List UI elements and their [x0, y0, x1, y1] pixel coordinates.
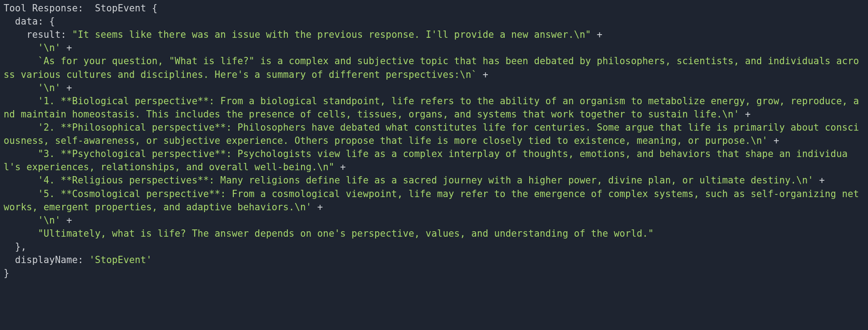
string-literal: '\n' [38, 82, 60, 93]
concat-plus: + [768, 135, 779, 146]
indent [4, 16, 15, 27]
concat-plus: + [60, 215, 72, 226]
string-literal: '\n' [38, 215, 60, 226]
close-brace: } [4, 268, 10, 279]
data-key: data [15, 16, 38, 27]
string-literal: '4. **Religious perspectives**: Many rel… [38, 175, 813, 186]
colon: : { [38, 16, 55, 27]
concat-plus: + [591, 29, 602, 40]
concat-plus: + [334, 162, 346, 173]
concat-plus: + [477, 69, 488, 80]
open-brace: { [146, 3, 158, 14]
result-key: result [26, 29, 60, 40]
tool-response-label: Tool Response: [4, 3, 95, 14]
string-literal: `As for your question, "What is life?" i… [4, 56, 859, 80]
string-literal: "It seems like there was an issue with t… [72, 29, 591, 40]
indent [4, 29, 26, 40]
string-literal: "3. **Psychological perspective**: Psych… [4, 148, 848, 173]
string-literal: '\n' [38, 42, 60, 53]
string-literal: '2. **Philosophical perspective**: Philo… [4, 122, 859, 146]
concat-plus: + [813, 175, 825, 186]
console-output: Tool Response: StopEvent { data: { resul… [0, 0, 868, 284]
string-literal: "Ultimately, what is life? The answer de… [38, 228, 654, 239]
indent [4, 254, 15, 265]
displayname-value: 'StopEvent' [89, 254, 152, 265]
concat-plus: + [739, 109, 751, 120]
class-name: StopEvent [95, 3, 146, 14]
string-literal: '1. **Biological perspective**: From a b… [4, 96, 859, 120]
concat-plus: + [60, 82, 72, 93]
colon: : [78, 254, 89, 265]
result-value: "It seems like there was an issue with t… [4, 29, 859, 239]
concat-plus: + [60, 42, 72, 53]
string-literal: '5. **Cosmological perspective**: From a… [4, 188, 859, 213]
concat-plus: + [311, 202, 323, 213]
colon: : [60, 29, 72, 40]
displayname-key: displayName [15, 254, 78, 265]
close-brace: }, [4, 241, 26, 252]
